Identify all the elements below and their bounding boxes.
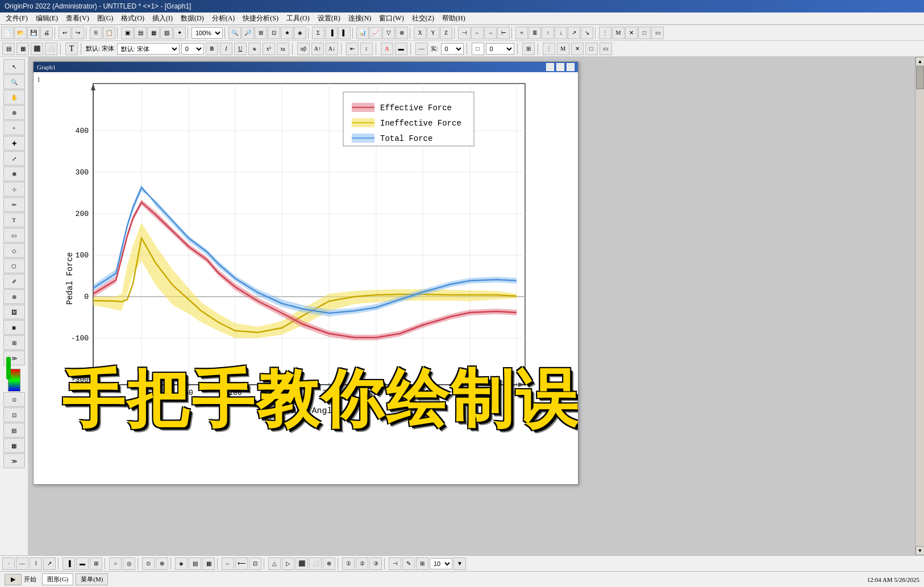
tb-bar2[interactable]: ▌	[338, 27, 351, 39]
bt-misc3[interactable]: ⊙	[142, 557, 155, 570]
superscript-btn[interactable]: x²	[263, 43, 275, 55]
start-btn[interactable]: ▶	[5, 574, 22, 585]
tb-extra5[interactable]: ▭	[600, 43, 612, 55]
scroll-thumb[interactable]	[916, 66, 924, 89]
sidebar-misc10[interactable]: ⊡	[3, 407, 25, 422]
bt-misc9[interactable]: △	[268, 557, 281, 570]
tb-misc12[interactable]: M	[612, 27, 625, 39]
bt-btn4[interactable]: ↗	[43, 557, 56, 570]
sidebar-plus[interactable]: +	[3, 120, 25, 135]
sidebar-misc12[interactable]: ▦	[3, 438, 25, 453]
menu-graph[interactable]: 图(G)	[94, 13, 117, 24]
align-left[interactable]: ⇤	[346, 43, 359, 55]
menu-format[interactable]: 格式(O)	[118, 13, 148, 24]
tb-misc3[interactable]: ▦	[147, 27, 160, 39]
new-btn[interactable]: 📄	[1, 27, 14, 39]
tb-misc4[interactable]: ▧	[160, 27, 173, 39]
tb-filter[interactable]: ▽	[382, 27, 395, 39]
sidebar-misc1[interactable]: ❋	[3, 166, 25, 181]
bt-misc15[interactable]: ✎	[402, 557, 415, 570]
tb-arr2[interactable]: ↓	[555, 27, 567, 39]
tb-misc11[interactable]: ⋮	[599, 27, 611, 39]
tb-misc2[interactable]: ▤	[134, 27, 147, 39]
zoom-select[interactable]: 100% 75% 150% 200%	[192, 27, 223, 39]
tb-extra2[interactable]: M	[557, 43, 569, 55]
tb-chart1[interactable]: 📊	[356, 27, 369, 39]
sidebar-zoom2[interactable]: ⊕	[3, 105, 25, 120]
line-size-select[interactable]: 0	[441, 43, 464, 55]
menu-settings[interactable]: 设置(R)	[314, 13, 344, 24]
italic-btn[interactable]: I	[220, 43, 232, 55]
sidebar-rect[interactable]: ▭	[3, 228, 25, 243]
tb-extra3[interactable]: ✕	[571, 43, 584, 55]
bt-misc11[interactable]: ⬛	[295, 557, 308, 570]
bt-misc6[interactable]: ▤	[189, 557, 201, 570]
menu-view[interactable]: 查看(V)	[63, 13, 93, 24]
tb-arr4[interactable]: ↘	[581, 27, 593, 39]
tb-z[interactable]: Z	[440, 27, 452, 39]
tb-misc9[interactable]: ◈	[294, 27, 306, 39]
fmt-btn3[interactable]: ⬛	[31, 43, 43, 55]
sidebar-misc13[interactable]: ≫	[3, 453, 25, 468]
tb-zoom2[interactable]: 🔎	[242, 27, 254, 39]
bt-misc7[interactable]: ▦	[202, 557, 215, 570]
line-style[interactable]: ―	[415, 43, 428, 55]
bt-misc2[interactable]: ◎	[123, 557, 135, 570]
bt-misc4[interactable]: ⊕	[156, 557, 168, 570]
tb-extra4[interactable]: □	[585, 43, 598, 55]
sidebar-zoom[interactable]: 🔍	[3, 74, 25, 89]
bt-chart1[interactable]: ▐	[63, 557, 75, 570]
tb-nav1[interactable]: ⊣	[458, 27, 471, 39]
sidebar-misc11[interactable]: ▤	[3, 423, 25, 438]
bt-btn3[interactable]: ⌇	[30, 557, 42, 570]
fontsize-dn[interactable]: A↓	[326, 43, 338, 55]
bt-num1[interactable]: ①	[342, 557, 355, 570]
tb-misc10[interactable]: ⊗	[396, 27, 408, 39]
menu-connect[interactable]: 连接(N)	[345, 13, 375, 24]
sidebar-select[interactable]: ↖	[3, 59, 25, 74]
tb-align2[interactable]: ≣	[528, 27, 541, 39]
fmt-btn2[interactable]: ▦	[16, 43, 29, 55]
bt-arrow1[interactable]: ←	[222, 557, 234, 570]
save-btn[interactable]: 💾	[27, 27, 40, 39]
scroll-up-btn[interactable]: ▲	[915, 57, 924, 66]
tb-misc7[interactable]: ⊡	[268, 27, 280, 39]
sidebar-misc6[interactable]: ◙	[3, 320, 25, 335]
strikethrough-btn[interactable]: x	[248, 43, 261, 55]
font-size-select[interactable]: 0 8 10 12 14	[181, 43, 204, 55]
tab-graph[interactable]: 图形(G)	[42, 573, 73, 585]
sidebar-misc7[interactable]: ⊞	[3, 335, 25, 350]
menu-data[interactable]: 数据(D)	[177, 13, 207, 24]
bt-btn1[interactable]: ·	[2, 557, 15, 570]
menu-quickanalysis[interactable]: 快捷分析(S)	[239, 13, 282, 24]
sidebar-draw2[interactable]: ✐	[3, 274, 25, 289]
graph-close-btn[interactable]: ×	[567, 63, 575, 71]
sidebar-pan[interactable]: ✋	[3, 90, 25, 105]
underline-btn[interactable]: U	[234, 43, 247, 55]
sidebar-misc3[interactable]: ◇	[3, 243, 25, 258]
subscript-btn[interactable]: x₂	[277, 43, 289, 55]
tb-misc1[interactable]: ▣	[121, 27, 134, 39]
bt-misc14[interactable]: ⊣	[389, 557, 401, 570]
bt-dropdown[interactable]: ▼	[453, 557, 466, 570]
tb-misc14[interactable]: □	[638, 27, 651, 39]
menu-edit[interactable]: 编辑(E)	[32, 13, 61, 24]
menu-social[interactable]: 社交(Z)	[409, 13, 438, 24]
bt-misc16[interactable]: ⊞	[416, 557, 428, 570]
bt-misc12[interactable]: ⬜	[309, 557, 322, 570]
bt-misc13[interactable]: ⊗	[323, 557, 335, 570]
bt-arrow2[interactable]: ⟵	[235, 557, 248, 570]
tb-extra1[interactable]: ⋮	[543, 43, 555, 55]
menu-insert[interactable]: 插入(I)	[149, 13, 176, 24]
sidebar-image[interactable]: 🖼	[3, 305, 25, 319]
undo-btn[interactable]: ↩	[59, 27, 71, 39]
fill-size-select[interactable]: 0	[486, 43, 514, 55]
menu-help[interactable]: 帮助(H)	[439, 13, 469, 24]
tb-arr3[interactable]: ↗	[568, 27, 580, 39]
font-name-select[interactable]: 默认: 宋体	[117, 43, 180, 55]
graph-minimize-btn[interactable]: ─	[546, 63, 554, 71]
fill-color[interactable]: □	[472, 43, 484, 55]
sidebar-misc9[interactable]: ⊙	[3, 392, 25, 407]
bold-btn[interactable]: B	[206, 43, 218, 55]
tb-misc8[interactable]: ★	[281, 27, 293, 39]
